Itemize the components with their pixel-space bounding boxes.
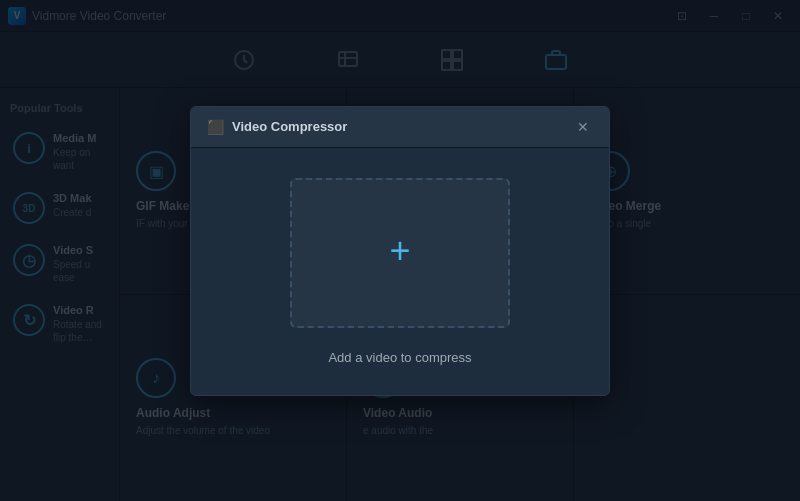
dialog-overlay: ⬛ Video Compressor ✕ + Add a video to co… — [0, 0, 800, 501]
drop-zone[interactable]: + — [290, 178, 510, 328]
dialog-close-button[interactable]: ✕ — [573, 117, 593, 137]
video-compressor-dialog: ⬛ Video Compressor ✕ + Add a video to co… — [190, 106, 610, 396]
drop-label: Add a video to compress — [328, 350, 471, 365]
video-compressor-icon: ⬛ — [207, 119, 224, 135]
plus-icon: + — [389, 233, 410, 269]
dialog-header: ⬛ Video Compressor ✕ — [191, 107, 609, 148]
dialog-title-row: ⬛ Video Compressor — [207, 119, 347, 135]
dialog-title: Video Compressor — [232, 119, 347, 134]
dialog-body: + Add a video to compress — [191, 148, 609, 395]
